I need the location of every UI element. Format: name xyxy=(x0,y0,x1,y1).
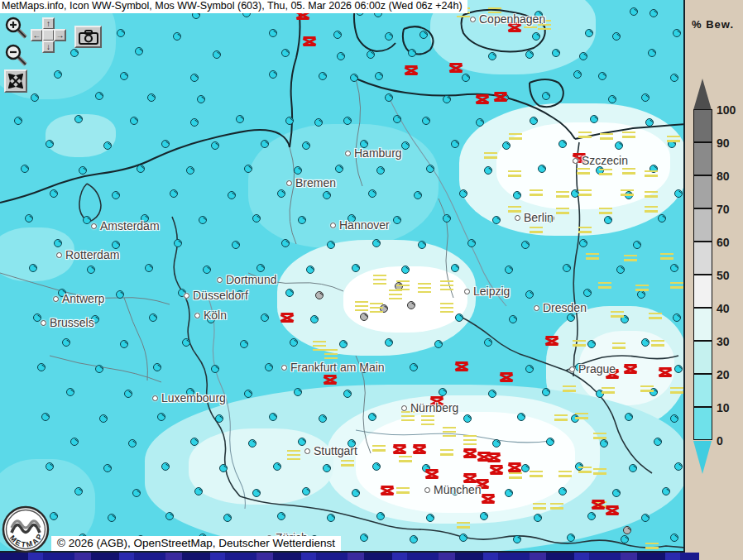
station-circle-symbol xyxy=(343,390,352,398)
city-name: Hamburg xyxy=(354,146,402,160)
station-circle-symbol xyxy=(426,514,434,522)
fog-symbol xyxy=(563,385,576,392)
station-circle-symbol xyxy=(459,534,467,542)
station-circle-symbol xyxy=(294,388,302,396)
snow-symbol xyxy=(491,465,503,475)
station-circle-symbol xyxy=(488,390,496,398)
city-name: Leipzig xyxy=(473,285,510,298)
fog-symbol xyxy=(440,303,453,313)
station-circle-symbol xyxy=(203,266,211,274)
fog-symbol xyxy=(558,471,572,477)
fog-symbol xyxy=(578,467,592,473)
legend-segment xyxy=(693,341,712,374)
snow-symbol xyxy=(659,367,672,377)
city-label-bremen: Bremen xyxy=(286,176,336,189)
fog-symbol xyxy=(341,460,354,467)
station-circle-symbol xyxy=(513,535,521,543)
snow-symbol xyxy=(450,63,463,73)
station-circle-symbol xyxy=(285,289,294,297)
station-circle-symbol xyxy=(505,489,513,497)
station-circle-symbol xyxy=(281,239,290,247)
station-circle-symbol xyxy=(608,95,616,103)
city-name: Dresden xyxy=(543,301,587,314)
fog-symbol xyxy=(573,340,586,347)
pan-left-button[interactable]: ← xyxy=(31,29,43,41)
metmaps-logo[interactable]: METMAPS xyxy=(2,505,51,559)
station-circle-symbol xyxy=(587,512,596,520)
station-circle-symbol xyxy=(244,390,252,398)
city-marker xyxy=(56,252,62,258)
station-circle-symbol xyxy=(135,47,143,55)
station-circle-symbol xyxy=(368,189,376,198)
station-circle-symbol xyxy=(587,340,596,348)
station-circle-symbol xyxy=(290,338,298,347)
station-circle-symbol xyxy=(525,50,534,59)
station-circle-symbol xyxy=(648,49,656,57)
fog-symbol xyxy=(621,189,634,196)
city-marker xyxy=(345,151,351,156)
station-circle-symbol xyxy=(87,266,95,274)
magnifier-minus-icon xyxy=(5,44,28,67)
fog-symbol xyxy=(324,349,338,359)
fog-symbol xyxy=(484,152,497,159)
fog-symbol xyxy=(550,503,563,510)
fog-symbol xyxy=(418,283,431,293)
fog-symbol xyxy=(396,487,410,494)
city-label-n-rnberg: Nürnberg xyxy=(401,401,458,414)
station-circle-symbol xyxy=(182,338,190,347)
city-name: Luxembourg xyxy=(161,391,226,404)
station-circle-symbol xyxy=(74,115,83,123)
station-circle-symbol xyxy=(319,72,327,80)
station-circle-symbol xyxy=(95,365,103,373)
station-circle-symbol xyxy=(269,413,277,421)
station-circle-symbol xyxy=(269,29,277,37)
station-circle-symbol xyxy=(108,514,116,522)
city-marker xyxy=(464,289,470,294)
copyright-text: © 2026 (AGB), OpenStreetMap, Deutscher W… xyxy=(57,537,335,549)
snow-symbol xyxy=(625,364,637,374)
station-circle-symbol xyxy=(41,413,50,421)
station-circle-symbol xyxy=(443,95,451,103)
legend-tick: 30 xyxy=(717,334,741,349)
station-circle-symbol xyxy=(563,264,571,272)
pan-center-button[interactable] xyxy=(42,29,55,41)
legend-tick: 90 xyxy=(717,136,741,151)
station-circle-symbol xyxy=(265,363,273,371)
zoom-out-button[interactable] xyxy=(5,44,28,67)
fog-symbol xyxy=(533,503,546,510)
snow-symbol xyxy=(606,505,619,515)
station-circle-symbol xyxy=(443,214,451,223)
station-circle-symbol xyxy=(25,214,33,223)
station-circle-symbol xyxy=(455,314,463,322)
pan-right-button[interactable]: → xyxy=(54,29,66,41)
map-canvas[interactable]: CopenhagenHamburgBremenHannoverSzczecinB… xyxy=(0,0,685,553)
station-circle-symbol xyxy=(306,266,314,274)
station-circle-symbol xyxy=(281,49,290,57)
station-circle-symbol xyxy=(153,363,161,371)
pan-down-button[interactable]: ↓ xyxy=(42,41,55,53)
station-circle-symbol xyxy=(645,118,654,127)
station-circle-symbol xyxy=(213,50,221,59)
station-circle-symbol xyxy=(323,464,331,472)
fog-symbol xyxy=(554,414,568,421)
fullscreen-button[interactable] xyxy=(4,69,27,93)
city-marker xyxy=(330,223,336,228)
station-circle-symbol xyxy=(385,93,393,102)
fog-symbol xyxy=(670,282,683,289)
station-circle-symbol xyxy=(590,115,598,123)
city-marker xyxy=(569,366,575,372)
station-circle-symbol xyxy=(294,166,302,175)
pan-up-button[interactable]: ↑ xyxy=(42,17,55,30)
station-circle-symbol xyxy=(509,315,517,323)
zoom-in-button[interactable] xyxy=(5,17,28,40)
snow-symbol xyxy=(381,486,394,495)
station-circle-symbol xyxy=(236,115,244,123)
city-marker xyxy=(91,223,97,229)
legend-tick: 80 xyxy=(717,169,741,184)
station-circle-symbol xyxy=(269,70,277,79)
screenshot-button[interactable] xyxy=(74,26,102,48)
timeline-bar[interactable] xyxy=(0,553,699,560)
station-circle-symbol xyxy=(534,514,542,522)
station-circle-symbol xyxy=(337,52,345,60)
city-name: Nürnberg xyxy=(410,401,458,414)
